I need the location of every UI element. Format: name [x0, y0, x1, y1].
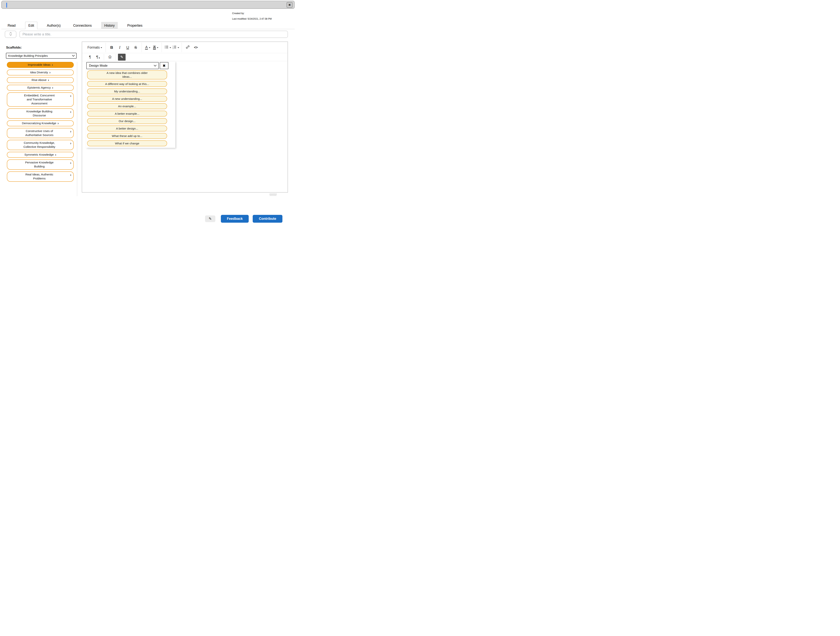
- strikethrough-icon: S: [134, 45, 137, 50]
- chevron-down-icon: [72, 54, 75, 57]
- tab[interactable]: History: [101, 22, 118, 29]
- tab[interactable]: Edit: [25, 22, 37, 29]
- chevron-right-icon: [70, 110, 71, 114]
- paragraph-ltr-icon: ¶: [89, 55, 91, 59]
- design-mode-select[interactable]: Design Mode: [86, 62, 159, 69]
- tab[interactable]: Read: [5, 22, 19, 29]
- underline-button[interactable]: U: [124, 43, 132, 52]
- window-title-bar-input[interactable]: ✖: [2, 1, 295, 9]
- dropdown-caret-icon: [149, 47, 150, 48]
- scaffold-pill[interactable]: Constructive Uses of Authoritative Sourc…: [7, 128, 74, 138]
- scaffold-pill[interactable]: Real Ideas, Authentic Problems: [7, 172, 74, 182]
- scaffold-opener-pill[interactable]: My understanding...: [87, 88, 167, 94]
- note-meta: Created by: Last modified: 5/24/2021, 2:…: [232, 12, 272, 23]
- toggle-scaffolds-button[interactable]: [5, 31, 16, 38]
- note-editor-window: ✖ Created by: Last modified: 5/24/2021, …: [0, 0, 296, 224]
- chevron-right-icon: [70, 173, 71, 177]
- chevron-right-icon: [70, 142, 71, 145]
- text-color-button[interactable]: A: [144, 43, 152, 52]
- text-color-icon: A: [145, 45, 148, 50]
- annotation-pen-button[interactable]: ✎: [205, 216, 215, 222]
- dropdown-caret-icon: [101, 47, 102, 48]
- window-close-button[interactable]: ✖: [287, 2, 292, 8]
- italic-icon: I: [119, 45, 120, 50]
- background-color-icon: A: [153, 45, 156, 50]
- insert-link-button[interactable]: [184, 43, 192, 52]
- scaffolds-heading: Scaffolds:: [6, 46, 22, 50]
- scaffold-set-value: Knowledge Building Principles: [8, 54, 48, 58]
- feedback-button[interactable]: Feedback: [221, 215, 249, 223]
- scaffold-pill-label: Knowledge Building Discourse: [26, 110, 52, 118]
- formats-label: Formats: [87, 46, 99, 50]
- scaffold-pill[interactable]: Embedded, Concurrent and Transformative …: [7, 92, 74, 107]
- scaffold-opener-pill[interactable]: A better example...: [87, 111, 167, 116]
- scaffold-set-select[interactable]: Knowledge Building Principles: [6, 53, 77, 59]
- scaffold-opener-label: A new idea that combines older ideas...: [107, 71, 147, 79]
- scaffold-opener-panel: Design Mode ✖ A new idea that combines o…: [86, 61, 175, 148]
- numbered-list-button[interactable]: 123: [172, 43, 180, 52]
- scaffold-pill[interactable]: Epistemic Agency: [7, 85, 74, 91]
- scaffold-opener-pill[interactable]: A different way of looking at this...: [87, 81, 167, 87]
- text-cursor: [6, 3, 7, 8]
- scaffold-pill[interactable]: Knowledge Building Discourse: [7, 109, 74, 119]
- scaffold-pill-label: Rise Above: [32, 78, 46, 82]
- bullet-list-button[interactable]: [164, 43, 172, 52]
- scaffold-pill[interactable]: Improvable Ideas: [7, 62, 74, 68]
- created-by-label: Created by:: [232, 12, 272, 15]
- scaffold-pill[interactable]: Democratizing Knowledge: [7, 120, 74, 126]
- scaffold-opener-pill[interactable]: A new idea that combines older ideas...: [87, 70, 167, 79]
- paragraph-rtl-button[interactable]: ¶: [94, 54, 102, 61]
- scaffold-opener-label: My understanding...: [114, 90, 140, 93]
- scaffold-opener-label: A better example...: [115, 112, 139, 116]
- scaffold-pill[interactable]: Pervasive Knowledge Building: [7, 159, 74, 170]
- scaffold-opener-pill[interactable]: What these add up to...: [87, 133, 167, 139]
- paragraph-ltr-button[interactable]: ¶: [86, 54, 94, 61]
- scaffold-opener-pill[interactable]: A better design...: [87, 126, 167, 131]
- tab[interactable]: Connections: [70, 22, 95, 29]
- scaffold-opener-list: A new idea that combines older ideas... …: [87, 70, 167, 146]
- editor-resize-grip[interactable]: [270, 193, 277, 196]
- scaffold-opener-pill[interactable]: What if we change: [87, 140, 167, 146]
- scaffold-opener-pill[interactable]: Our design...: [87, 118, 167, 124]
- scaffold-pill-label: Idea Diversity: [30, 71, 48, 74]
- scaffold-pill[interactable]: Rise Above: [7, 77, 74, 83]
- scaffold-list: Improvable Ideas Idea Diversity Rise Abo…: [7, 62, 74, 182]
- title-input[interactable]: [19, 31, 288, 38]
- chevron-right-icon: [58, 121, 59, 125]
- toolbar-separator: [116, 54, 116, 60]
- scaffold-pill[interactable]: Idea Diversity: [7, 69, 74, 76]
- formats-dropdown[interactable]: Formats: [86, 43, 104, 52]
- chevron-right-icon: [70, 161, 71, 165]
- bullet-list-icon: [164, 45, 169, 50]
- scaffold-pill[interactable]: Symmetric Knowledge: [7, 152, 74, 158]
- chevron-right-icon: [70, 130, 71, 133]
- background-color-button[interactable]: A: [152, 43, 160, 52]
- dropdown-caret-icon: [178, 47, 179, 48]
- tab[interactable]: Author(s): [44, 22, 64, 29]
- chevron-right-icon: [52, 63, 53, 67]
- chevron-right-icon: [48, 78, 49, 82]
- scaffold-pill-label: Epistemic Agency: [27, 86, 51, 90]
- scaffold-opener-pill[interactable]: An example...: [87, 103, 167, 109]
- pencil-icon: ✎: [120, 55, 123, 59]
- scaffold-pill[interactable]: Community Knowledge, Collective Responsi…: [7, 140, 74, 150]
- scaffold-opener-label: An example...: [118, 104, 136, 108]
- scaffold-pill-label: Pervasive Knowledge Building: [25, 161, 54, 168]
- bold-button[interactable]: B: [108, 43, 116, 52]
- italic-button[interactable]: I: [116, 43, 124, 52]
- special-character-button[interactable]: Ω: [106, 54, 114, 61]
- scaffold-opener-label: What these add up to...: [112, 134, 142, 138]
- toolbar-separator: [106, 43, 106, 52]
- scaffold-opener-label: A better design...: [116, 127, 138, 131]
- chevron-right-icon: [52, 86, 53, 90]
- contribute-button[interactable]: Contribute: [253, 215, 283, 223]
- tab[interactable]: Properties: [124, 22, 145, 29]
- scaffold-panel-close-button[interactable]: ✖: [160, 62, 169, 69]
- chevron-right-icon: [55, 153, 56, 157]
- strikethrough-button[interactable]: S: [132, 43, 140, 52]
- chevron-right-icon: [49, 71, 51, 74]
- insert-scaffold-button[interactable]: ✎: [118, 54, 126, 61]
- scaffold-opener-pill[interactable]: A new understanding...: [87, 96, 167, 102]
- source-code-button[interactable]: <>: [192, 43, 200, 52]
- editor-content-area[interactable]: Design Mode ✖ A new idea that combines o…: [82, 61, 287, 192]
